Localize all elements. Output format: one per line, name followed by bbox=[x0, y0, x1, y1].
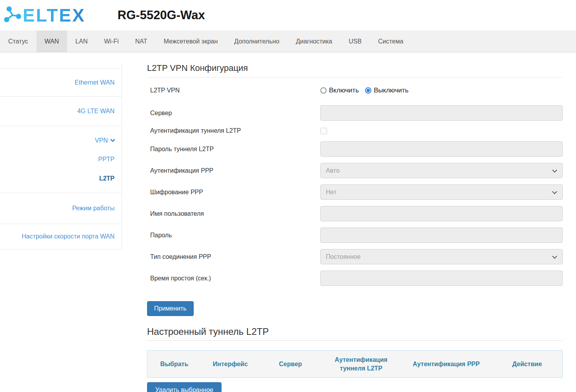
radio-enable-label: Включить bbox=[329, 87, 359, 94]
username-input[interactable] bbox=[320, 206, 563, 221]
sidebar-item-l2tp[interactable]: L2TP bbox=[0, 169, 122, 188]
tab-nat[interactable]: NAT bbox=[127, 31, 156, 52]
col-tunnel-auth: Аутентификация туннеля L2TP bbox=[322, 350, 400, 378]
tab-status[interactable]: Статус bbox=[0, 31, 36, 52]
tunnel-table: Выбрать Интерфейс Сервер Аутентификация … bbox=[147, 350, 563, 378]
server-label: Сервер bbox=[147, 110, 320, 117]
l2tp-vpn-label: L2TP VPN bbox=[147, 87, 320, 94]
tab-lan[interactable]: LAN bbox=[67, 31, 96, 52]
tab-usb[interactable]: USB bbox=[340, 31, 370, 52]
page-title: L2TP VPN Конфигурация bbox=[147, 63, 563, 78]
chevron-down-icon bbox=[110, 137, 115, 142]
ppp-auth-select-value: Авто bbox=[326, 167, 340, 174]
wan-sidebar: Ethernet WAN 4G LTE WAN VPN PPTP L2TP Ре… bbox=[0, 64, 122, 249]
tab-advanced[interactable]: Дополнительно bbox=[226, 31, 287, 52]
eltex-molecule-icon bbox=[4, 5, 21, 25]
sidebar-item-ethernet-wan[interactable]: Ethernet WAN bbox=[0, 79, 122, 86]
top-nav: Статус WAN LAN Wi-Fi NAT Межсетевой экра… bbox=[0, 31, 576, 52]
ppp-connection-type-label: Тип соединения PPP bbox=[147, 253, 320, 260]
device-title: RG-5520G-Wax bbox=[118, 8, 205, 22]
table-header-row: Выбрать Интерфейс Сервер Аутентификация … bbox=[147, 350, 563, 378]
col-server: Сервер bbox=[259, 350, 322, 378]
radio-enable[interactable]: Включить bbox=[320, 87, 359, 94]
server-input[interactable] bbox=[320, 105, 563, 121]
tunnel-auth-label: Аутентификация туннеля L2TP bbox=[147, 127, 320, 134]
delete-selected-button[interactable]: Удалить выбранное bbox=[147, 382, 222, 392]
radio-disable[interactable]: Выключить bbox=[365, 87, 408, 94]
tunnel-auth-checkbox[interactable] bbox=[320, 128, 327, 134]
tab-firewall[interactable]: Межсетевой экран bbox=[156, 31, 226, 52]
l2tp-vpn-radio-group: Включить Выключить bbox=[320, 87, 412, 94]
ppp-encryption-select-value: Нет bbox=[326, 189, 336, 196]
ppp-connection-type-select-value: Постоянное bbox=[326, 253, 361, 260]
ppp-connection-type-select[interactable]: Постоянное bbox=[320, 249, 563, 264]
ppp-encryption-label: Шифрование PPP bbox=[147, 189, 320, 196]
idle-time-label: Время простоя (сек.) bbox=[147, 275, 320, 282]
col-select: Выбрать bbox=[147, 350, 202, 378]
tunnel-password-input[interactable] bbox=[320, 141, 563, 157]
tab-wan[interactable]: WAN bbox=[36, 31, 67, 52]
eltex-logo[interactable]: ELTEX bbox=[4, 5, 85, 25]
main-content: L2TP VPN Конфигурация L2TP VPN Включить … bbox=[122, 52, 576, 392]
chevron-down-icon bbox=[552, 168, 557, 173]
col-ppp-auth: Аутентификация PPP bbox=[400, 350, 492, 378]
tab-diagnostics[interactable]: Диагностика bbox=[287, 31, 340, 52]
password-label: Пароль bbox=[147, 232, 320, 239]
username-label: Имя пользователя bbox=[147, 210, 320, 217]
radio-disable-label: Выключить bbox=[374, 87, 408, 94]
ppp-auth-label: Аутентификация PPP bbox=[147, 167, 320, 174]
sidebar-item-vpn-label: VPN bbox=[95, 137, 108, 144]
ppp-encryption-select[interactable]: Нет bbox=[320, 184, 563, 200]
tunnel-password-label: Пароль туннеля L2TP bbox=[147, 146, 320, 153]
sidebar-item-wan-port-speed[interactable]: Настройки скорости порта WAN bbox=[0, 233, 122, 240]
ppp-auth-select[interactable]: Авто bbox=[320, 163, 563, 178]
radio-enable-circle[interactable] bbox=[320, 87, 327, 94]
tab-system[interactable]: Система bbox=[370, 31, 411, 52]
l2tp-config-form: L2TP VPN Включить Выключить bbox=[147, 85, 563, 316]
radio-disable-circle[interactable] bbox=[365, 87, 371, 94]
sidebar-item-vpn[interactable]: VPN bbox=[0, 131, 122, 150]
chevron-down-icon bbox=[552, 189, 557, 194]
sidebar-item-work-mode[interactable]: Режим работы bbox=[0, 204, 122, 212]
password-input[interactable] bbox=[320, 228, 563, 243]
tunnel-table-title: Настроенный туннель L2TP bbox=[147, 326, 563, 341]
col-action: Действие bbox=[492, 350, 562, 378]
apply-button[interactable]: Применить bbox=[147, 301, 194, 316]
tab-wifi[interactable]: Wi-Fi bbox=[96, 31, 127, 52]
page-header: ELTEX RG-5520G-Wax bbox=[0, 0, 576, 31]
col-interface: Интерфейс bbox=[201, 350, 259, 378]
sidebar-item-4g-lte-wan[interactable]: 4G LTE WAN bbox=[0, 107, 122, 115]
sidebar-item-pptp[interactable]: PPTP bbox=[0, 150, 122, 169]
logo-text: ELTEX bbox=[23, 6, 85, 24]
chevron-down-icon bbox=[552, 254, 557, 259]
idle-time-input[interactable] bbox=[320, 271, 563, 286]
